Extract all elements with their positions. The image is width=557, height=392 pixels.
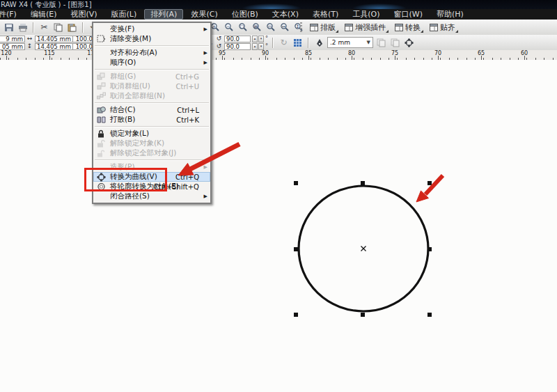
docker-button-贴齐[interactable]: 贴齐 <box>426 21 459 33</box>
menu-arrange-active[interactable]: 排列(A) <box>144 9 183 19</box>
spinner-up[interactable]: ▴ <box>252 36 258 42</box>
horizontal-ruler[interactable]: 1201151109590858075706560 <box>0 50 557 61</box>
degree-label: ° <box>265 36 268 42</box>
menu-item-变换(F)[interactable]: 变换(F)▶ <box>93 24 210 34</box>
svg-text:▤: ▤ <box>253 24 258 29</box>
menu-item-解除锁定对象(K): 解除锁定对象(K) <box>93 139 210 148</box>
angle-bottom-field[interactable]: 90.0 <box>224 43 251 50</box>
group-icon <box>96 72 106 81</box>
ungroup-all-icon <box>96 92 106 100</box>
paste-icon[interactable] <box>66 22 78 33</box>
selection-handle[interactable] <box>427 313 432 317</box>
object-height-field[interactable]: 14.405 mm <box>35 43 74 50</box>
save-icon[interactable] <box>3 22 15 33</box>
menu-item-结合(C)[interactable]: 结合(C)Ctrl+L <box>93 105 210 115</box>
menu-item[interactable]: 文本(X) <box>266 9 305 19</box>
break-apart-icon <box>96 116 106 124</box>
menu-separator <box>95 126 209 127</box>
zoom-out-icon[interactable]: − <box>223 22 235 33</box>
selection-handle[interactable] <box>294 181 298 185</box>
selection-handle[interactable] <box>427 247 432 251</box>
angle-top-field[interactable]: 90.0 <box>224 36 251 42</box>
menu-item-闭合路径(S)[interactable]: 闭合路径(S)▶ <box>93 191 210 201</box>
clear-transform-icon <box>96 35 106 43</box>
dropdown-corner-icon <box>336 30 338 33</box>
menu-item-shortcut: Ctrl+G <box>175 73 199 81</box>
menu-item-取消群组(U): 取消群组(U)Ctrl+U <box>93 81 210 91</box>
menu-item-锁定对象(L)[interactable]: 锁定对象(L) <box>93 129 210 139</box>
object-size-group: ↔ 14.405 mm ↕ 14.405 mm <box>26 35 74 50</box>
menu-item[interactable]: 编辑(E) <box>24 9 63 19</box>
submenu-arrow-icon: ▶ <box>204 194 207 199</box>
menu-item[interactable]: 窗口(W) <box>388 9 429 19</box>
docker-button-label: 贴齐 <box>440 22 455 33</box>
docker-button-排版[interactable]: 排版 <box>306 21 339 33</box>
selection-handle[interactable] <box>427 181 432 185</box>
outline-width-value: .2 mm <box>330 39 350 46</box>
selection-handle[interactable] <box>294 313 298 317</box>
to-back-icon <box>389 37 401 49</box>
toolbar-separator <box>82 22 84 33</box>
zoom-tool-group: +−□▤▭↔↕ <box>209 19 304 35</box>
menu-item-label: 取消群组(U) <box>110 81 150 91</box>
menu-item-label: 解除锁定对象(K) <box>110 139 164 148</box>
copy-icon[interactable] <box>52 22 64 33</box>
docker-button-转换[interactable]: 转换 <box>391 21 424 33</box>
zoom-all-icon[interactable]: ▤ <box>251 22 262 33</box>
menu-item[interactable]: 文件(F) <box>0 9 23 19</box>
outline-pen-icon <box>313 37 325 49</box>
property-bar: 9 mm 05 mm ↔ 14.405 mm ↕ 14.405 mm 100.0… <box>0 35 557 51</box>
combine-icon <box>96 106 106 114</box>
drawing-canvas[interactable] <box>0 60 557 392</box>
menu-item[interactable]: 表格(T) <box>306 9 345 19</box>
zoom-selected-icon[interactable]: □ <box>237 22 249 33</box>
menu-item-顺序(O)[interactable]: 顺序(O)▶ <box>93 58 210 68</box>
spinner-up[interactable]: ▴ <box>252 43 258 50</box>
menu-item-清除变换(M)[interactable]: 清除变换(M) <box>93 34 210 44</box>
menu-item[interactable]: 位图(B) <box>226 9 265 19</box>
selection-handle[interactable] <box>361 181 365 185</box>
menu-item[interactable]: 效果(C) <box>185 9 223 19</box>
menu-item-对齐和分布(A)[interactable]: 对齐和分布(A)▶ <box>93 48 210 58</box>
menu-item[interactable]: 工具(O) <box>346 9 386 19</box>
object-position-group: 9 mm 05 mm <box>0 35 25 50</box>
zoom-page-icon[interactable]: ▭ <box>265 22 276 33</box>
menu-item-label: 变换(F) <box>110 24 134 34</box>
menu-item-label: 顺序(O) <box>110 58 136 68</box>
print-icon[interactable] <box>17 22 29 33</box>
cut-icon[interactable]: ✂ <box>38 22 50 33</box>
menu-item-label: 群组(G) <box>110 72 136 81</box>
object-width-field[interactable]: 14.405 mm <box>35 36 74 42</box>
selection-handle[interactable] <box>361 313 365 317</box>
menu-item-label: 闭合路径(S) <box>110 191 150 201</box>
docker-button-group: 排版增强插件转换贴齐 <box>298 19 459 35</box>
spinner-down[interactable]: ▾ <box>258 36 264 42</box>
unlock-all-icon <box>96 149 106 157</box>
menu-item-打散(B)[interactable]: 打散(B)Ctrl+K <box>93 115 210 125</box>
convert-to-curves-toolbar-icon[interactable] <box>403 37 415 49</box>
docker-button-label: 增强插件 <box>355 22 386 33</box>
docker-button-增强插件[interactable]: 增强插件 <box>341 21 389 33</box>
submenu-arrow-icon: ▶ <box>204 60 207 65</box>
menu-item[interactable]: 视图(V) <box>64 9 103 19</box>
svg-text:−: − <box>226 24 229 29</box>
menu-item[interactable]: 版面(L) <box>105 9 143 19</box>
menu-item-label: 锁定对象(L) <box>110 129 149 139</box>
wrap-text-icon[interactable] <box>292 37 304 49</box>
submenu-arrow-icon: ▶ <box>204 26 207 32</box>
menu-bar: 文件(F)编辑(E)视图(V)版面(L)排列(A)效果(C)位图(B)文本(X)… <box>0 9 557 20</box>
svg-text:↔: ↔ <box>281 24 285 29</box>
position-y-field[interactable]: 05 mm <box>0 43 25 50</box>
zoom-width-icon[interactable]: ↔ <box>278 22 290 33</box>
menu-item-label: 解除锁定全部对象(J) <box>110 148 176 158</box>
menu-item-群组(G): 群组(G)Ctrl+G <box>93 72 210 81</box>
spinner-down[interactable]: ▾ <box>258 43 264 50</box>
toolbar-drag-handle[interactable] <box>300 22 302 32</box>
unlock-icon <box>96 139 106 148</box>
outline-width-select[interactable]: .2 mm ▼ <box>327 37 373 48</box>
selection-handle[interactable] <box>294 247 298 251</box>
degree-label: ° <box>265 43 268 49</box>
menu-separator <box>95 45 209 47</box>
position-x-field[interactable]: 9 mm <box>0 36 25 42</box>
menu-item[interactable]: 帮助(H) <box>430 9 470 19</box>
